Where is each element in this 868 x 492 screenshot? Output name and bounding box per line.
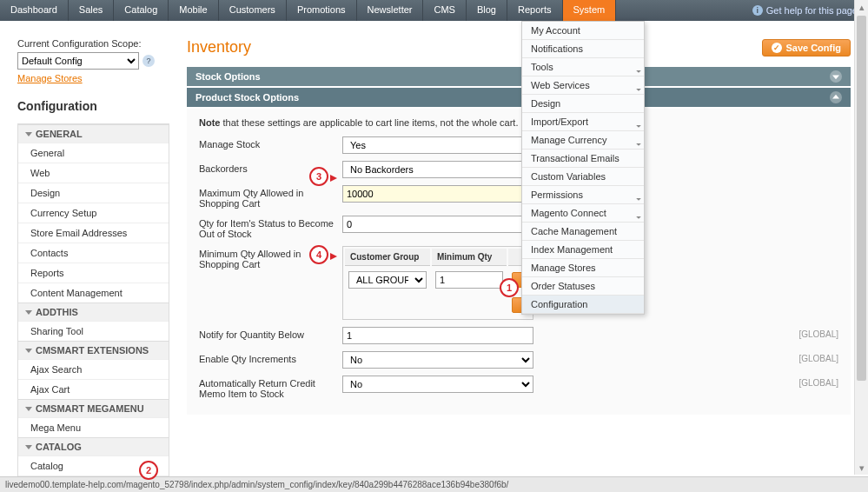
input-notify[interactable] bbox=[342, 327, 533, 344]
cfg-sharing-tool[interactable]: Sharing Tool bbox=[18, 321, 169, 341]
help-text: Get help for this page bbox=[766, 5, 858, 16]
cfg-web[interactable]: Web bbox=[18, 163, 169, 183]
callout-1: 1 bbox=[500, 278, 519, 297]
chevron-down-icon bbox=[25, 407, 32, 411]
dd-import-export[interactable]: Import/Export bbox=[522, 113, 644, 131]
nav-catalog[interactable]: Catalog bbox=[114, 0, 169, 21]
dd-configuration[interactable]: Configuration bbox=[522, 296, 644, 314]
nav-customers[interactable]: Customers bbox=[219, 0, 287, 21]
cfg-ajax-cart[interactable]: Ajax Cart bbox=[18, 379, 169, 399]
chevron-down-icon bbox=[25, 132, 32, 136]
nav-dashboard[interactable]: Dashboard bbox=[0, 0, 69, 21]
group-general[interactable]: GENERAL bbox=[18, 124, 169, 143]
vertical-scrollbar[interactable]: ▴ ▾ bbox=[854, 0, 868, 475]
label-manage-stock: Manage Stock bbox=[199, 136, 342, 150]
nav-newsletter[interactable]: Newsletter bbox=[357, 0, 424, 21]
nav-promotions[interactable]: Promotions bbox=[287, 0, 357, 21]
system-dropdown: My Account Notifications Tools Web Servi… bbox=[521, 21, 645, 315]
th-customer-group: Customer Group bbox=[345, 249, 430, 266]
dd-notifications[interactable]: Notifications bbox=[522, 40, 644, 58]
chevron-down-icon bbox=[25, 445, 32, 449]
cfg-ajax-search[interactable]: Ajax Search bbox=[18, 359, 169, 379]
group-cmsmart-ext[interactable]: CMSMART EXTENSIONS bbox=[18, 341, 169, 359]
help-icon: i bbox=[752, 5, 763, 16]
top-nav: Dashboard Sales Catalog Mobile Customers… bbox=[0, 0, 868, 21]
cfg-design[interactable]: Design bbox=[18, 183, 169, 203]
cfg-reports[interactable]: Reports bbox=[18, 263, 169, 283]
callout-3: 3 bbox=[309, 167, 328, 186]
svg-marker-0 bbox=[832, 75, 839, 79]
expand-icon bbox=[830, 70, 842, 83]
help-link[interactable]: i Get help for this page bbox=[742, 0, 868, 21]
input-max-qty[interactable] bbox=[342, 185, 533, 203]
main-content: Inventory ✓ Save Config Stock Options Pr… bbox=[187, 38, 851, 492]
dd-design[interactable]: Design bbox=[522, 95, 644, 113]
cfg-store-email[interactable]: Store Email Addresses bbox=[18, 223, 169, 243]
label-max-qty: Maximum Qty Allowed in Shopping Cart bbox=[199, 185, 342, 209]
callout-4: 4 bbox=[309, 245, 328, 264]
section-body: Note that these settings are applicable … bbox=[187, 109, 851, 415]
group-addthis[interactable]: ADDTHIS bbox=[18, 303, 169, 321]
nav-reports[interactable]: Reports bbox=[507, 0, 563, 21]
dd-custom-variables[interactable]: Custom Variables bbox=[522, 168, 644, 186]
input-out-of-stock[interactable] bbox=[342, 216, 533, 233]
left-column: Current Configuration Scope: Default Con… bbox=[17, 38, 169, 492]
chevron-down-icon bbox=[25, 349, 32, 353]
group-cmsmart-mega[interactable]: CMSMART MEGAMENU bbox=[18, 399, 169, 417]
label-auto-return: Automatically Return Credit Memo Item to… bbox=[199, 376, 342, 399]
label-qty-inc: Enable Qty Increments bbox=[199, 351, 342, 364]
nav-blog[interactable]: Blog bbox=[467, 0, 507, 21]
dd-web-services[interactable]: Web Services bbox=[522, 76, 644, 95]
dd-transactional-emails[interactable]: Transactional Emails bbox=[522, 150, 644, 168]
dd-manage-stores[interactable]: Manage Stores bbox=[522, 259, 644, 277]
nav-mobile[interactable]: Mobile bbox=[169, 0, 218, 21]
scope-qty-inc: [GLOBAL] bbox=[786, 351, 838, 363]
cfg-mega-menu[interactable]: Mega Menu bbox=[18, 417, 169, 437]
nav-sales[interactable]: Sales bbox=[69, 0, 115, 21]
th-min-qty: Minimum Qty bbox=[432, 249, 507, 266]
svg-marker-1 bbox=[832, 95, 839, 99]
select-auto-return[interactable]: No bbox=[342, 376, 533, 393]
dd-tools[interactable]: Tools bbox=[522, 58, 644, 76]
group-catalog[interactable]: CATALOG bbox=[18, 437, 169, 455]
label-notify: Notify for Quantity Below bbox=[199, 327, 342, 340]
page-title: Inventory bbox=[187, 38, 251, 57]
dd-order-statuses[interactable]: Order Statuses bbox=[522, 277, 644, 296]
section-stock-options[interactable]: Stock Options bbox=[187, 67, 851, 86]
callout-4-arrow bbox=[330, 253, 337, 260]
select-backorders[interactable]: No Backorders bbox=[342, 161, 533, 178]
chevron-down-icon bbox=[25, 310, 32, 315]
nav-system[interactable]: System bbox=[563, 0, 617, 21]
cfg-currency[interactable]: Currency Setup bbox=[18, 203, 169, 223]
select-customer-group[interactable]: ALL GROUPS bbox=[348, 271, 427, 289]
config-sidebar: GENERAL General Web Design Currency Setu… bbox=[17, 123, 169, 492]
callout-3-arrow bbox=[330, 175, 337, 182]
cfg-content-mgmt[interactable]: Content Management bbox=[18, 283, 169, 303]
select-manage-stock[interactable]: Yes bbox=[342, 136, 533, 154]
dd-index-management[interactable]: Index Management bbox=[522, 241, 644, 259]
label-out-of-stock: Qty for Item's Status to Become Out of S… bbox=[199, 216, 342, 239]
dd-magento-connect[interactable]: Magento Connect bbox=[522, 204, 644, 223]
scope-help-icon[interactable]: ? bbox=[142, 55, 155, 67]
check-icon: ✓ bbox=[772, 43, 782, 53]
scope-select[interactable]: Default Config bbox=[17, 52, 139, 70]
dd-permissions[interactable]: Permissions bbox=[522, 186, 644, 204]
cfg-contacts[interactable]: Contacts bbox=[18, 243, 169, 263]
dd-cache-management[interactable]: Cache Management bbox=[522, 223, 644, 241]
cfg-general[interactable]: General bbox=[18, 143, 169, 163]
nav-cms[interactable]: CMS bbox=[423, 0, 466, 21]
note-row: Note that these settings are applicable … bbox=[199, 117, 838, 128]
select-qty-inc[interactable]: No bbox=[342, 351, 533, 369]
config-title: Configuration bbox=[17, 99, 169, 116]
dd-manage-currency[interactable]: Manage Currency bbox=[522, 131, 644, 150]
manage-stores-link[interactable]: Manage Stores bbox=[17, 73, 83, 83]
input-min-qty[interactable] bbox=[435, 271, 503, 289]
scrollbar-thumb[interactable] bbox=[857, 16, 866, 381]
dd-my-account[interactable]: My Account bbox=[522, 22, 644, 40]
save-config-button[interactable]: ✓ Save Config bbox=[762, 39, 851, 57]
scope-label: Current Configuration Scope: bbox=[17, 38, 169, 49]
section-product-stock[interactable]: Product Stock Options bbox=[187, 88, 851, 107]
scroll-down-icon[interactable]: ▾ bbox=[855, 461, 868, 475]
scroll-up-icon[interactable]: ▴ bbox=[855, 0, 868, 14]
scope-auto-return: [GLOBAL] bbox=[786, 376, 838, 388]
